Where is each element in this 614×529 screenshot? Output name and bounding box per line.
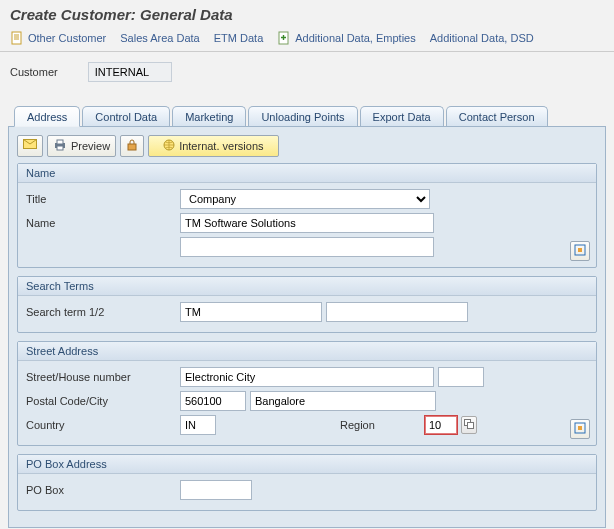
tab-contact-person[interactable]: Contact Person xyxy=(446,106,548,126)
internat-versions-button[interactable]: Internat. versions xyxy=(148,135,278,157)
city-input[interactable] xyxy=(250,391,436,411)
tab-address[interactable]: Address xyxy=(14,106,80,127)
name-input[interactable] xyxy=(180,213,434,233)
po-box-group: PO Box Address PO Box xyxy=(17,454,597,511)
additional-data-empties-button[interactable]: Additional Data, Empties xyxy=(277,31,415,45)
tab-control-data[interactable]: Control Data xyxy=(82,106,170,126)
svg-rect-0 xyxy=(12,32,21,44)
search-term2-input[interactable] xyxy=(326,302,468,322)
page-plus-icon xyxy=(277,31,291,45)
name-group: Name Title Company Name xyxy=(17,163,597,268)
name-group-header: Name xyxy=(18,164,596,183)
etm-data-button[interactable]: ETM Data xyxy=(214,32,264,44)
po-box-input[interactable] xyxy=(180,480,252,500)
panel-button-row: Preview Internat. versions xyxy=(17,135,597,157)
additional-data-dsd-label: Additional Data, DSD xyxy=(430,32,534,44)
customer-row: Customer xyxy=(0,52,614,88)
region-input[interactable] xyxy=(424,415,458,435)
po-box-label: PO Box xyxy=(26,484,176,496)
svg-rect-5 xyxy=(57,146,63,150)
po-box-header: PO Box Address xyxy=(18,455,596,474)
customer-label: Customer xyxy=(10,66,58,78)
app-toolbar: Other Customer Sales Area Data ETM Data … xyxy=(0,25,614,52)
expand-name-button[interactable] xyxy=(570,241,590,261)
name2-input[interactable] xyxy=(180,237,434,257)
envelope-button[interactable] xyxy=(17,135,43,157)
address-panel: Preview Internat. versions Name Title xyxy=(8,126,606,528)
tab-marketing[interactable]: Marketing xyxy=(172,106,246,126)
region-label: Region xyxy=(340,419,420,431)
print-preview-button[interactable]: Preview xyxy=(47,135,116,157)
svg-rect-4 xyxy=(57,140,63,144)
title-label: Title xyxy=(26,193,176,205)
additional-data-empties-label: Additional Data, Empties xyxy=(295,32,415,44)
sales-area-data-label: Sales Area Data xyxy=(120,32,200,44)
page-title: Create Customer: General Data xyxy=(0,0,614,25)
country-label: Country xyxy=(26,419,176,431)
postal-code-input[interactable] xyxy=(180,391,246,411)
preview-label: Preview xyxy=(71,140,110,152)
svg-rect-6 xyxy=(128,144,136,150)
other-customer-button[interactable]: Other Customer xyxy=(10,31,106,45)
additional-data-dsd-button[interactable]: Additional Data, DSD xyxy=(430,32,534,44)
expand-icon xyxy=(574,422,586,436)
expand-icon xyxy=(574,244,586,258)
lock-button[interactable] xyxy=(120,135,144,157)
tab-export-data[interactable]: Export Data xyxy=(360,106,444,126)
street-label: Street/House number xyxy=(26,371,176,383)
sales-area-data-button[interactable]: Sales Area Data xyxy=(120,32,200,44)
country-input[interactable] xyxy=(180,415,216,435)
expand-street-button[interactable] xyxy=(570,419,590,439)
value-help-icon xyxy=(464,419,474,431)
search-term-label: Search term 1/2 xyxy=(26,306,176,318)
svg-rect-10 xyxy=(468,423,474,429)
customer-input[interactable] xyxy=(88,62,172,82)
search-term1-input[interactable] xyxy=(180,302,322,322)
postal-city-label: Postal Code/City xyxy=(26,395,176,407)
title-select[interactable]: Company xyxy=(180,189,430,209)
document-icon xyxy=(10,31,24,45)
region-value-help-button[interactable] xyxy=(461,416,477,434)
search-terms-group: Search Terms Search term 1/2 xyxy=(17,276,597,333)
street-address-header: Street Address xyxy=(18,342,596,361)
printer-icon xyxy=(53,139,67,153)
internat-versions-label: Internat. versions xyxy=(179,140,263,152)
street-input[interactable] xyxy=(180,367,434,387)
envelope-icon xyxy=(23,139,37,153)
street-address-group: Street Address Street/House number Posta… xyxy=(17,341,597,446)
tab-unloading-points[interactable]: Unloading Points xyxy=(248,106,357,126)
etm-data-label: ETM Data xyxy=(214,32,264,44)
lock-icon xyxy=(126,139,138,153)
other-customer-label: Other Customer xyxy=(28,32,106,44)
tabstrip: Address Control Data Marketing Unloading… xyxy=(14,102,614,126)
search-terms-header: Search Terms xyxy=(18,277,596,296)
house-number-input[interactable] xyxy=(438,367,484,387)
name-label: Name xyxy=(26,217,176,229)
globe-icon xyxy=(163,139,175,153)
